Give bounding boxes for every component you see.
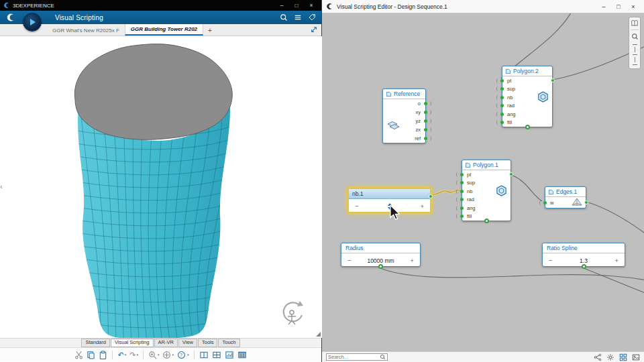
settings-gear-icon[interactable] [606,353,614,361]
3d-viewport[interactable]: ‹ [0,36,322,338]
3dexperience-compass[interactable] [23,13,42,32]
port-dot[interactable] [500,87,504,90]
add-tab-button[interactable]: + [203,25,217,36]
port-dot[interactable] [460,215,464,218]
zoom-icon[interactable] [631,33,639,40]
tab-view[interactable]: View [178,339,197,347]
port-pt[interactable]: pt [462,170,511,179]
dropdown-caret-icon[interactable]: ▾ [136,353,138,357]
close-button[interactable]: × [305,2,318,9]
tab-ar-vr[interactable]: AR-VR [154,339,178,347]
table-view-button[interactable] [237,351,247,359]
bottom-output-dot[interactable] [484,219,489,223]
node-polygon1[interactable]: Polygon.1 pt sup nb rad ang fill [462,160,511,221]
cut-button[interactable] [74,351,83,359]
overview-book-icon[interactable] [631,19,639,27]
port-dot[interactable] [500,96,504,99]
decrement-button[interactable]: − [355,202,359,210]
port-dot[interactable] [460,173,464,176]
tab-tools[interactable]: Tools [198,339,218,347]
chart-view-button[interactable] [225,351,234,359]
share-icon[interactable] [594,353,602,361]
dropdown-caret-icon[interactable]: ▾ [187,353,189,357]
increment-button[interactable]: + [420,202,424,210]
search-icon[interactable] [380,354,386,360]
increment-button[interactable]: + [614,257,619,264]
image-icon[interactable] [632,353,640,361]
quad-view-button[interactable] [212,351,221,359]
port-dot[interactable] [500,121,504,124]
radius-value[interactable]: 10000 mm [367,257,394,264]
pan-button[interactable]: ▾ [162,351,174,359]
tag-icon[interactable] [308,13,316,21]
minimize-button[interactable]: – [597,3,610,10]
port-pt[interactable]: pt [502,76,552,85]
port-dot[interactable] [424,128,427,131]
bottom-output-dot[interactable] [525,125,530,129]
decrement-button[interactable]: − [347,257,352,264]
zoom-slider[interactable] [633,43,637,66]
expand-window-icon[interactable] [311,26,317,33]
node-polygon2[interactable]: Polygon.2 pt sup nb rad ang fill [502,66,553,127]
wire-radius-output[interactable] [380,268,644,280]
port-o[interactable]: o [383,99,425,108]
apps-grid-icon[interactable] [619,353,627,361]
port-xy[interactable]: xy [383,108,425,117]
port-dot[interactable] [460,198,464,201]
output-port-dot[interactable] [551,78,555,82]
port-dot[interactable] [500,113,504,116]
port-ref[interactable]: ref [383,134,425,143]
port-dot[interactable] [500,79,504,82]
wire-ratio-spline-output[interactable] [584,268,644,294]
robot-compass-icon[interactable] [278,300,306,327]
tab-standard[interactable]: Standard [81,339,109,347]
minimize-button[interactable]: – [275,2,288,9]
split-view-button[interactable] [199,351,209,359]
wire-polygon1-to-edges1[interactable] [511,175,542,201]
dropdown-caret-icon[interactable]: ▾ [158,353,160,357]
doc-tab-building-tower[interactable]: GGR Building Tower R202 [125,24,203,36]
port-dot[interactable] [424,102,427,105]
dropdown-caret-icon[interactable]: ▾ [172,353,174,357]
node-reference[interactable]: Reference o xy yz zx ref [382,88,426,143]
ratio-spline-value[interactable]: 1.3 [580,257,588,264]
node-edges1[interactable]: Edges.1 w [545,186,586,208]
output-port-dot[interactable] [509,172,513,176]
node-graph-canvas[interactable]: Reference o xy yz zx ref Polygon.2 pt su… [322,13,644,351]
node-search[interactable] [326,353,388,361]
search-icon[interactable] [280,13,288,21]
port-ang[interactable]: ang [462,204,511,213]
resize-handle[interactable] [316,332,321,337]
undo-button[interactable]: ↶▾ [117,351,126,359]
maximize-button[interactable]: □ [612,3,625,10]
port-dot[interactable] [460,190,464,193]
output-port-dot[interactable] [429,194,433,198]
port-dot[interactable] [460,181,464,184]
port-dot[interactable] [500,104,504,107]
output-port-dot[interactable] [584,200,588,204]
port-ang[interactable]: ang [502,110,552,119]
tab-visual-scripting[interactable]: Visual Scripting [111,339,154,347]
node-ratio-spline[interactable]: Ratio Spline − 1.3 + [542,243,625,267]
doc-tab-whats-new[interactable]: GGR What's New R2025x F [47,25,125,36]
panel-collapse-chevron-icon[interactable]: ‹ [0,182,3,190]
maximize-button[interactable]: □ [290,2,303,9]
dropdown-caret-icon[interactable]: ▾ [125,353,127,357]
paste-button[interactable] [99,351,107,359]
wire-edges1-output[interactable] [586,202,644,235]
port-dot[interactable] [460,206,464,210]
search-input[interactable] [328,354,380,360]
port-dot[interactable] [424,137,427,140]
close-button[interactable]: × [627,3,640,10]
zoom-button[interactable]: ▾ [148,351,160,359]
increment-button[interactable]: + [410,257,414,264]
bottom-output-dot[interactable] [582,264,586,269]
decrement-button[interactable]: − [549,257,553,264]
help-button[interactable]: ?▾ [177,351,189,359]
node-radius[interactable]: Radius − 10000 mm + [341,243,421,267]
port-dot[interactable] [543,201,547,204]
redo-button[interactable]: ↷▾ [129,351,138,359]
menu-icon[interactable] [294,13,302,21]
port-dot[interactable] [424,119,427,123]
copy-button[interactable] [87,351,95,359]
